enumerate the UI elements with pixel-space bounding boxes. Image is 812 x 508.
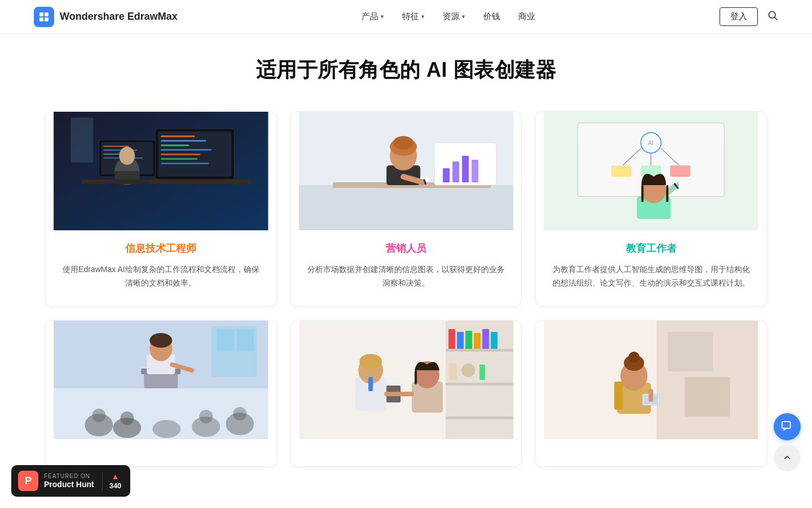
svg-rect-88 <box>445 417 513 419</box>
nav-links: 产品 ▾ 特征 ▾ 资源 ▾ 价钱 商业 <box>361 11 535 22</box>
scroll-top-button[interactable] <box>774 444 801 471</box>
svg-rect-1 <box>45 12 48 16</box>
logo[interactable]: Wondershare EdrawMax <box>34 7 178 27</box>
card-desc-marketing: 分析市场数据并创建清晰的信息图表，以获得更好的业务洞察和决策。 <box>304 263 508 290</box>
svg-rect-19 <box>103 146 129 147</box>
svg-rect-118 <box>615 382 623 410</box>
svg-rect-86 <box>445 349 513 352</box>
svg-rect-60 <box>667 185 669 202</box>
chevron-down-icon: ▾ <box>462 13 465 20</box>
card-presenter[interactable] <box>45 320 277 467</box>
svg-rect-101 <box>368 377 373 391</box>
svg-rect-55 <box>670 165 691 177</box>
nav-item-product[interactable]: 产品 ▾ <box>361 11 384 22</box>
svg-rect-2 <box>39 17 43 21</box>
card-business[interactable] <box>290 320 522 467</box>
nav-item-pricing[interactable]: 价钱 <box>483 11 500 22</box>
svg-point-80 <box>92 409 105 422</box>
chat-button[interactable] <box>774 413 801 440</box>
svg-rect-27 <box>104 179 149 184</box>
nav-item-business[interactable]: 商业 <box>518 11 535 22</box>
product-hunt-badge[interactable]: P FEATURED ON Product Hunt ▲ 340 <box>11 465 130 497</box>
product-hunt-name: Product Hunt <box>44 480 94 489</box>
svg-point-25 <box>119 147 135 165</box>
card-role-marketing: 营销人员 <box>304 242 508 255</box>
card-marketing[interactable]: 营销人员 分析市场数据并创建清晰的信息图表，以获得更好的业务洞察和决策。 <box>290 111 522 306</box>
vote-count: 340 <box>109 481 122 490</box>
card-role-it: 信息技术工程师 <box>59 242 263 255</box>
svg-rect-35 <box>452 161 459 182</box>
logo-icon <box>34 7 54 27</box>
svg-rect-109 <box>668 332 713 371</box>
card-it-engineer[interactable]: 信息技术工程师 使用EdrawMax AI绘制复杂的工作流程和文档流程，确保清晰… <box>45 111 277 306</box>
svg-rect-15 <box>161 158 197 160</box>
svg-rect-66 <box>237 329 254 352</box>
svg-point-43 <box>393 136 413 150</box>
card-role-educator: 教育工作者 <box>549 242 753 255</box>
svg-point-114 <box>629 352 640 363</box>
cards-grid-row2 <box>45 320 767 467</box>
svg-point-79 <box>152 420 180 438</box>
nav-item-resources[interactable]: 资源 ▾ <box>443 11 465 22</box>
svg-rect-31 <box>299 185 513 230</box>
search-icon[interactable] <box>767 10 778 24</box>
product-hunt-featured-label: FEATURED ON <box>44 473 94 479</box>
main-content: 适用于所有角色的 AI 图表创建器 <box>0 34 812 489</box>
chevron-down-icon: ▾ <box>421 13 425 20</box>
svg-line-5 <box>775 17 778 20</box>
svg-point-83 <box>233 407 246 421</box>
login-button[interactable]: 登入 <box>720 7 758 26</box>
svg-point-100 <box>359 354 382 369</box>
svg-text:AI: AI <box>648 140 654 146</box>
svg-point-4 <box>769 11 775 18</box>
svg-rect-3 <box>45 17 48 21</box>
svg-point-73 <box>149 333 172 348</box>
upvote-arrow-icon: ▲ <box>112 472 120 481</box>
svg-rect-0 <box>39 12 43 16</box>
card-desc-it: 使用EdrawMax AI绘制复杂的工作流程和文档流程，确保清晰的文档和效率。 <box>59 263 263 290</box>
chevron-down-icon: ▾ <box>381 13 384 20</box>
svg-rect-53 <box>612 165 632 177</box>
svg-rect-16 <box>161 163 209 164</box>
svg-rect-94 <box>491 332 497 349</box>
product-hunt-text: FEATURED ON Product Hunt <box>44 473 94 489</box>
product-hunt-votes: ▲ 340 <box>102 472 122 490</box>
cards-grid-row1: 信息技术工程师 使用EdrawMax AI绘制复杂的工作流程和文档流程，确保清晰… <box>45 111 767 306</box>
svg-rect-95 <box>448 363 457 380</box>
svg-rect-37 <box>471 160 478 182</box>
svg-rect-10 <box>161 135 195 137</box>
svg-rect-14 <box>161 154 200 155</box>
nav-actions: 登入 <box>720 7 778 26</box>
svg-rect-89 <box>448 329 455 349</box>
svg-rect-65 <box>217 329 234 352</box>
svg-rect-119 <box>782 422 791 428</box>
page-title: 适用于所有角色的 AI 图表创建器 <box>45 56 767 84</box>
svg-rect-36 <box>462 156 469 182</box>
svg-rect-13 <box>161 149 211 151</box>
svg-rect-12 <box>161 144 189 146</box>
card-desc-educator: 为教育工作者提供人工智能生成的思维导图，用于结构化的想法组织、论文写作、生动的演… <box>549 263 753 290</box>
svg-point-96 <box>461 364 475 377</box>
product-hunt-icon: P <box>18 471 38 491</box>
card-designer[interactable] <box>535 320 767 467</box>
svg-rect-34 <box>443 168 449 182</box>
svg-rect-105 <box>414 370 417 384</box>
svg-rect-97 <box>479 365 485 380</box>
logo-text: Wondershare EdrawMax <box>60 11 178 23</box>
svg-rect-91 <box>465 331 472 349</box>
svg-rect-28 <box>70 117 93 163</box>
nav-item-features[interactable]: 特征 ▾ <box>402 11 425 22</box>
svg-rect-92 <box>474 333 480 349</box>
card-educator[interactable]: AI <box>535 111 767 306</box>
svg-rect-110 <box>685 377 730 417</box>
svg-rect-90 <box>457 332 464 349</box>
svg-rect-93 <box>482 329 489 349</box>
svg-rect-87 <box>445 383 513 386</box>
svg-rect-59 <box>642 185 644 202</box>
svg-point-82 <box>199 410 213 423</box>
navbar: Wondershare EdrawMax 产品 ▾ 特征 ▾ 资源 ▾ 价钱 商… <box>0 0 812 34</box>
svg-point-81 <box>120 411 134 425</box>
svg-rect-11 <box>161 140 206 142</box>
